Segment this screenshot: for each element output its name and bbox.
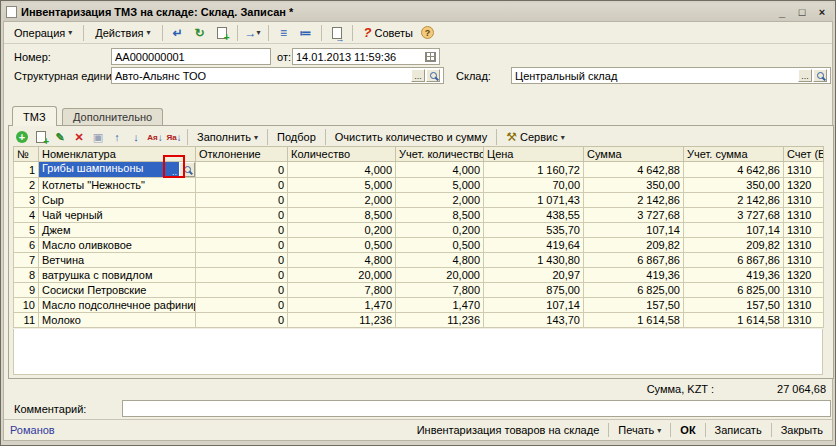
repost-button[interactable]: ↻ xyxy=(190,24,210,42)
tab-additional[interactable]: Дополнительно xyxy=(62,108,163,125)
table-cell[interactable]: Масло подсолнечное рафиниро... xyxy=(39,298,196,313)
table-cell[interactable]: 6 xyxy=(14,238,39,253)
structure-button[interactable]: → xyxy=(327,24,347,42)
table-cell[interactable]: 7,800 xyxy=(288,283,396,298)
table-cell[interactable]: 438,55 xyxy=(484,208,584,223)
table-cell[interactable]: 1 xyxy=(14,162,39,178)
table-cell[interactable]: 0 xyxy=(196,193,288,208)
table-cell[interactable]: 0 xyxy=(196,178,288,193)
end-edit-button[interactable]: ▣ xyxy=(89,129,107,145)
table-cell[interactable]: 1310 xyxy=(784,238,824,253)
table-row[interactable]: 8ватрушка с повидлом020,00020,00020,9741… xyxy=(14,268,824,283)
magnifier-button[interactable] xyxy=(813,69,827,82)
table-cell[interactable]: 0 xyxy=(196,298,288,313)
table-cell[interactable]: 209,82 xyxy=(584,238,684,253)
table-cell[interactable]: 157,50 xyxy=(584,298,684,313)
table-cell[interactable]: 0 xyxy=(196,268,288,283)
table-cell[interactable]: 4,000 xyxy=(396,162,484,178)
table-cell[interactable]: 20,97 xyxy=(484,268,584,283)
move-up-button[interactable]: ↑ xyxy=(108,129,126,145)
table-cell[interactable]: Молоко xyxy=(39,313,196,328)
ellipsis-button[interactable]: ... xyxy=(798,69,812,82)
column-header[interactable]: Отклонение xyxy=(196,147,288,162)
table-cell[interactable]: 4 xyxy=(14,208,39,223)
table-cell[interactable]: 3 xyxy=(14,193,39,208)
table-cell[interactable]: Котлеты "Нежность" xyxy=(39,178,196,193)
column-header[interactable]: № xyxy=(14,147,39,162)
table-cell[interactable]: 419,36 xyxy=(684,268,784,283)
table-cell[interactable]: 11,236 xyxy=(288,313,396,328)
table-cell[interactable]: 2 142,86 xyxy=(684,193,784,208)
sort-desc-button[interactable]: Яа↓ xyxy=(165,129,183,145)
table-cell[interactable]: 2,000 xyxy=(396,193,484,208)
table-cell[interactable]: 7,800 xyxy=(396,283,484,298)
title-bar[interactable]: Инвентаризация ТМЗ на складе: Склад. Зап… xyxy=(3,3,833,21)
table-cell[interactable]: 5 xyxy=(14,223,39,238)
column-header[interactable]: Учет. количество xyxy=(396,147,484,162)
table-cell[interactable]: 1 071,43 xyxy=(484,193,584,208)
save-button[interactable]: Записать xyxy=(712,423,765,437)
table-cell[interactable]: 0 xyxy=(196,238,288,253)
table-cell[interactable]: 2 xyxy=(14,178,39,193)
table-cell[interactable]: 6 825,00 xyxy=(684,283,784,298)
magnifier-button[interactable] xyxy=(426,69,440,82)
table-cell[interactable]: 419,64 xyxy=(484,238,584,253)
table-cell[interactable]: 7 xyxy=(14,253,39,268)
table-row[interactable]: 3Сыр02,0002,0001 071,432 142,862 142,861… xyxy=(14,193,824,208)
table-row[interactable]: 10Масло подсолнечное рафиниро...01,4701,… xyxy=(14,298,824,313)
ok-button[interactable]: ОК xyxy=(677,423,698,437)
help-icon[interactable]: ? xyxy=(421,26,434,39)
date-picker-button[interactable] xyxy=(424,48,438,65)
table-cell[interactable]: 1310 xyxy=(784,208,824,223)
table-cell[interactable]: 20,000 xyxy=(396,268,484,283)
table-cell[interactable]: 107,14 xyxy=(684,223,784,238)
table-cell[interactable]: 0,500 xyxy=(396,238,484,253)
table-row[interactable]: 9Сосиски Петровские07,8007,800875,006 82… xyxy=(14,283,824,298)
table-row[interactable]: 6Масло оливковое00,5000,500419,64209,822… xyxy=(14,238,824,253)
table-cell[interactable]: 6 867,86 xyxy=(684,253,784,268)
table-cell[interactable]: 0 xyxy=(196,253,288,268)
table-cell[interactable]: 9 xyxy=(14,283,39,298)
table-cell[interactable]: Масло оливковое xyxy=(39,238,196,253)
add-row-button[interactable]: + xyxy=(13,129,31,145)
close-button[interactable]: × xyxy=(814,5,830,19)
table-cell[interactable]: 1,470 xyxy=(396,298,484,313)
table-cell[interactable]: 1 430,80 xyxy=(484,253,584,268)
pick-button[interactable]: Подбор xyxy=(272,130,321,144)
table-cell[interactable]: 0 xyxy=(196,283,288,298)
go-to-button[interactable]: →▾ xyxy=(243,24,263,42)
unit-input[interactable] xyxy=(111,67,444,84)
table-cell[interactable]: 209,82 xyxy=(684,238,784,253)
table-cell[interactable]: 6 867,86 xyxy=(584,253,684,268)
table-cell[interactable]: 2,000 xyxy=(288,193,396,208)
table-cell[interactable]: 8,500 xyxy=(396,208,484,223)
table-cell[interactable]: 1310 xyxy=(784,283,824,298)
table-cell[interactable]: 8,500 xyxy=(288,208,396,223)
table-cell[interactable]: 157,50 xyxy=(684,298,784,313)
table-cell[interactable]: 5,000 xyxy=(288,178,396,193)
table-cell[interactable]: 107,14 xyxy=(584,223,684,238)
selected-nomenclature-text[interactable]: Грибы шампиньоны xyxy=(39,162,170,177)
table-cell[interactable]: ватрушка с повидлом xyxy=(39,268,196,283)
move-down-button[interactable]: ↓ xyxy=(127,129,145,145)
table-cell[interactable]: 1310 xyxy=(784,162,824,178)
table-cell[interactable]: 4 642,88 xyxy=(584,162,684,178)
table-cell[interactable]: 1320 xyxy=(784,178,824,193)
column-header[interactable]: Количество xyxy=(288,147,396,162)
column-header[interactable]: Цена xyxy=(484,147,584,162)
warehouse-input[interactable] xyxy=(511,67,831,84)
date-input[interactable] xyxy=(292,48,440,65)
table-cell[interactable]: 419,36 xyxy=(584,268,684,283)
table-row[interactable]: 5Джем00,2000,200535,70107,14107,141310 xyxy=(14,223,824,238)
table-cell[interactable]: 5,000 xyxy=(396,178,484,193)
table-cell[interactable]: 350,00 xyxy=(584,178,684,193)
table-cell[interactable]: 1 614,58 xyxy=(584,313,684,328)
table-cell[interactable]: 535,70 xyxy=(484,223,584,238)
table-cell[interactable]: 0 xyxy=(196,162,288,178)
table-row[interactable]: 4Чай черный08,5008,500438,553 727,683 72… xyxy=(14,208,824,223)
table-cell[interactable]: 20,000 xyxy=(288,268,396,283)
table-cell[interactable]: Чай черный xyxy=(39,208,196,223)
service-button[interactable]: ⚒Сервис▾ xyxy=(501,129,569,145)
table-cell[interactable]: 4,800 xyxy=(288,253,396,268)
column-header[interactable]: Учет. сумма xyxy=(684,147,784,162)
